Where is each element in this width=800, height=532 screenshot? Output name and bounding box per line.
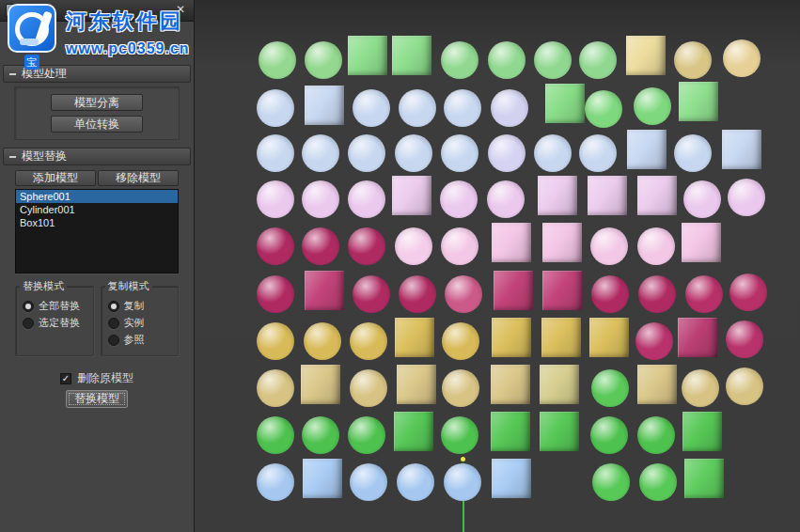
viewport-cube[interactable] (678, 318, 717, 357)
viewport-cube[interactable] (542, 271, 582, 310)
viewport-cube[interactable] (492, 459, 531, 498)
viewport-sphere[interactable] (257, 227, 294, 265)
viewport-sphere[interactable] (304, 322, 341, 360)
viewport-cube[interactable] (682, 412, 722, 451)
viewport-sphere[interactable] (726, 368, 763, 405)
delete-original-row[interactable]: ✓ 删除原模型 (0, 370, 194, 386)
viewport-cube[interactable] (542, 223, 582, 262)
close-button[interactable]: ✕ (173, 3, 188, 18)
viewport-cube[interactable] (394, 412, 433, 451)
viewport-cube[interactable] (626, 36, 666, 75)
viewport-sphere[interactable] (729, 274, 767, 311)
viewport-sphere[interactable] (350, 463, 387, 501)
viewport-cube[interactable] (491, 412, 530, 451)
viewport-cube[interactable] (589, 318, 629, 357)
viewport-sphere[interactable] (395, 227, 432, 265)
viewport-sphere[interactable] (442, 322, 479, 360)
delete-original-checkbox[interactable]: ✓ (60, 373, 71, 384)
viewport-sphere[interactable] (590, 227, 628, 265)
viewport-cube[interactable] (303, 459, 342, 498)
rollout-model-processing[interactable]: 模型处理 (3, 65, 191, 83)
viewport-sphere[interactable] (348, 416, 385, 454)
viewport-cube[interactable] (679, 82, 718, 121)
viewport-sphere[interactable] (638, 275, 676, 313)
viewport-sphere[interactable] (302, 227, 339, 265)
viewport-sphere[interactable] (259, 41, 296, 79)
viewport-sphere[interactable] (491, 89, 528, 127)
viewport-sphere[interactable] (635, 322, 673, 360)
viewport-sphere[interactable] (591, 369, 629, 407)
separate-model-button[interactable]: 模型分离 (51, 94, 143, 111)
viewport-sphere[interactable] (685, 275, 723, 313)
viewport-sphere[interactable] (353, 275, 390, 313)
viewport-cube[interactable] (301, 365, 340, 404)
viewport-cube[interactable] (588, 176, 627, 215)
model-list[interactable]: Sphere001Cylinder001Box101 (15, 189, 179, 274)
viewport-cube[interactable] (397, 365, 436, 404)
viewport-cube[interactable] (395, 318, 434, 357)
viewport-sphere[interactable] (592, 463, 630, 501)
viewport-sphere[interactable] (348, 227, 385, 265)
viewport-sphere[interactable] (637, 227, 675, 265)
remove-model-button[interactable]: 移除模型 (98, 170, 179, 186)
viewport-cube[interactable] (392, 36, 431, 75)
viewport-sphere[interactable] (487, 180, 525, 218)
viewport-cube[interactable] (392, 176, 431, 215)
viewport-cube[interactable] (540, 412, 579, 451)
viewport-cube[interactable] (348, 36, 387, 75)
viewport-sphere[interactable] (590, 416, 628, 454)
viewport-sphere[interactable] (534, 41, 572, 79)
viewport-sphere[interactable] (591, 275, 629, 313)
viewport-sphere[interactable] (723, 39, 761, 77)
viewport-sphere[interactable] (579, 41, 617, 79)
viewport-sphere[interactable] (728, 179, 765, 216)
list-item[interactable]: Cylinder001 (16, 203, 178, 216)
add-model-button[interactable]: 添加模型 (15, 170, 96, 186)
viewport-sphere[interactable] (488, 41, 525, 79)
viewport-sphere[interactable] (399, 89, 436, 127)
rollout-model-replace[interactable]: 模型替换 (3, 148, 191, 165)
list-item[interactable]: Sphere001 (16, 190, 178, 203)
radio-option[interactable]: 选定替换 (23, 316, 86, 330)
viewport-sphere[interactable] (444, 89, 481, 127)
viewport-cube[interactable] (492, 318, 531, 357)
viewport-sphere[interactable] (257, 416, 294, 454)
viewport-sphere[interactable] (350, 369, 387, 407)
viewport-sphere[interactable] (441, 227, 478, 265)
viewport-sphere[interactable] (399, 275, 436, 313)
viewport-sphere[interactable] (305, 41, 342, 79)
unit-convert-button[interactable]: 单位转换 (51, 116, 143, 133)
viewport-sphere[interactable] (441, 134, 478, 172)
viewport-sphere[interactable] (257, 134, 294, 172)
viewport-sphere[interactable] (674, 134, 712, 172)
viewport-sphere[interactable] (302, 180, 339, 218)
viewport-sphere[interactable] (441, 416, 478, 454)
replace-model-button[interactable]: 替换模型 (66, 390, 128, 408)
radio-option[interactable]: 复制 (108, 299, 172, 313)
radio-option[interactable]: 实例 (108, 316, 172, 330)
viewport-cube[interactable] (305, 86, 344, 125)
viewport-sphere[interactable] (397, 463, 434, 501)
radio-option[interactable]: 全部替换 (23, 299, 86, 313)
viewport-sphere[interactable] (395, 134, 432, 172)
viewport-sphere[interactable] (444, 463, 481, 501)
viewport-sphere[interactable] (534, 134, 572, 172)
viewport-sphere[interactable] (257, 89, 294, 127)
viewport-sphere[interactable] (637, 416, 675, 454)
viewport-cube[interactable] (491, 365, 530, 404)
viewport-cube[interactable] (541, 318, 581, 357)
viewport-sphere[interactable] (257, 463, 294, 501)
viewport-sphere[interactable] (488, 134, 525, 172)
viewport-cube[interactable] (538, 176, 577, 215)
viewport-sphere[interactable] (441, 41, 478, 79)
viewport-cube[interactable] (682, 223, 721, 262)
viewport-sphere[interactable] (579, 134, 617, 172)
viewport-cube[interactable] (637, 176, 677, 215)
viewport-sphere[interactable] (257, 180, 294, 218)
viewport-cube[interactable] (627, 130, 667, 169)
viewport-sphere[interactable] (674, 41, 712, 79)
list-item[interactable]: Box101 (16, 216, 178, 229)
viewport-sphere[interactable] (639, 463, 677, 501)
viewport-sphere[interactable] (585, 90, 622, 128)
viewport-cube[interactable] (684, 459, 724, 498)
